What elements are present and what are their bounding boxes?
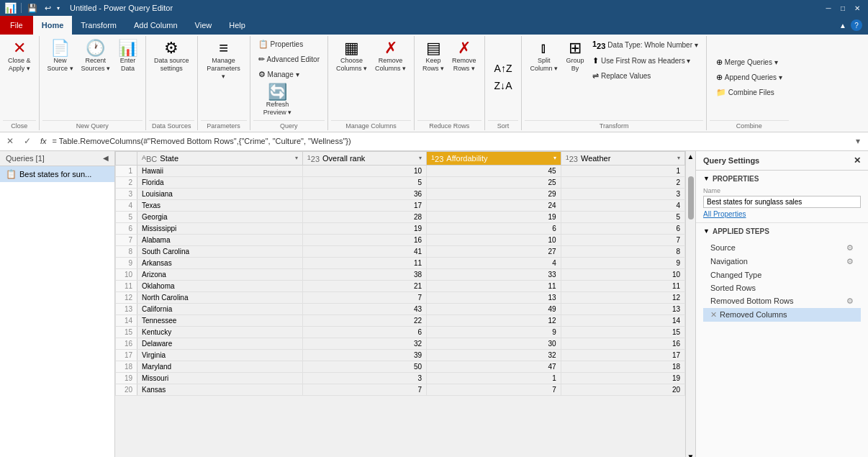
table-row[interactable]: 7 Alabama 16 10 7 — [116, 235, 685, 246]
data-type-label: Data Type: Whole Number ▾ — [607, 41, 697, 49]
close-button[interactable]: ✕ — [851, 2, 864, 14]
quick-access-undo[interactable]: ↩ — [43, 4, 53, 13]
first-row-headers-button[interactable]: ⬆ Use First Row as Headers ▾ — [589, 54, 702, 68]
advanced-editor-button[interactable]: ✏ Advanced Editor — [255, 53, 323, 66]
remove-rows-icon: ✗ — [458, 40, 471, 56]
group-by-button[interactable]: ⊞ GroupBy — [562, 37, 588, 75]
cell-weather: 4 — [561, 200, 684, 212]
step-gear-icon[interactable]: ⚙ — [846, 297, 854, 306]
cell-weather: 15 — [561, 327, 684, 338]
all-properties-link[interactable]: All Properties — [703, 210, 861, 218]
table-row[interactable]: 3 Louisiana 36 29 3 — [116, 189, 685, 200]
col-header-state[interactable]: ABC State ▾ — [137, 151, 303, 166]
table-row[interactable]: 13 California 43 49 13 — [116, 304, 685, 315]
sort-desc-button[interactable]: Z↓A — [491, 78, 516, 94]
tab-help[interactable]: Help — [220, 16, 254, 35]
tab-home[interactable]: Home — [33, 16, 73, 35]
close-apply-button[interactable]: ✕ Close &Apply ▾ — [4, 37, 35, 75]
tab-view[interactable]: View — [186, 16, 221, 35]
properties-chevron[interactable]: ▼ — [703, 175, 710, 182]
row-num-header — [116, 151, 137, 166]
remove-columns-button[interactable]: ✗ RemoveColumns ▾ — [371, 37, 410, 75]
query-item-best-states[interactable]: 📋 Best states for sun... — [0, 166, 114, 182]
keep-rows-button[interactable]: ▤ KeepRows ▾ — [419, 37, 448, 75]
table-row[interactable]: 11 Oklahoma 21 11 11 — [116, 281, 685, 292]
table-row[interactable]: 16 Delaware 32 30 16 — [116, 338, 685, 350]
query-settings-close-icon[interactable]: ✕ — [854, 155, 861, 166]
choose-columns-button[interactable]: ▦ ChooseColumns ▾ — [333, 37, 371, 75]
table-row[interactable]: 19 Missouri 3 1 19 — [116, 373, 685, 384]
data-type-button[interactable]: 123 Data Type: Whole Number ▾ — [589, 37, 702, 53]
merge-queries-button[interactable]: ⊕ Merge Queries ▾ — [713, 55, 782, 69]
applied-step-removed-columns[interactable]: ✕Removed Columns — [703, 308, 861, 322]
overall-rank-col-label: Overall rank — [322, 154, 365, 163]
scrollbar-thumb[interactable] — [688, 176, 694, 220]
weather-col-dropdown[interactable]: ▾ — [677, 155, 680, 161]
step-x-icon[interactable]: ✕ — [710, 310, 717, 320]
col-header-affordability[interactable]: 123 Affordability ▾ — [427, 151, 561, 166]
table-row[interactable]: 18 Maryland 50 47 18 — [116, 361, 685, 373]
remove-rows-button[interactable]: ✗ RemoveRows ▾ — [448, 37, 480, 75]
maximize-button[interactable]: □ — [836, 2, 849, 14]
formula-expand-button[interactable]: ▾ — [851, 134, 865, 148]
applied-step-removed-bottom-rows[interactable]: Removed Bottom Rows⚙ — [703, 294, 861, 308]
table-row[interactable]: 5 Georgia 28 19 5 — [116, 212, 685, 223]
tab-add-column[interactable]: Add Column — [125, 16, 186, 35]
tab-file[interactable]: File — [0, 16, 33, 35]
table-row[interactable]: 12 North Carolina 7 13 12 — [116, 292, 685, 304]
queries-collapse-icon[interactable]: ◀ — [103, 154, 109, 162]
table-row[interactable]: 1 Hawaii 10 45 1 — [116, 166, 685, 177]
applied-step-changed-type[interactable]: Changed Type — [703, 268, 861, 281]
row-number: 20 — [116, 384, 137, 396]
new-source-button[interactable]: 📄 NewSource ▾ — [44, 37, 77, 75]
replace-values-button[interactable]: ⇌ Replace Values — [589, 69, 702, 83]
col-header-weather[interactable]: 123 Weather ▾ — [561, 151, 684, 166]
manage-parameters-button[interactable]: ≡ ManageParameters ▾ — [202, 37, 245, 82]
table-row[interactable]: 10 Arizona 38 33 10 — [116, 269, 685, 281]
table-row[interactable]: 4 Texas 17 24 4 — [116, 200, 685, 212]
sort-asc-button[interactable]: A↑Z — [491, 60, 516, 76]
applied-step-source[interactable]: Source⚙ — [703, 241, 861, 255]
overall-rank-col-dropdown[interactable]: ▾ — [419, 155, 422, 161]
affordability-col-dropdown[interactable]: ▾ — [553, 155, 556, 161]
formula-input[interactable] — [53, 137, 848, 145]
combine-files-button[interactable]: 📁 Combine Files — [713, 86, 778, 99]
table-row[interactable]: 17 Virginia 39 32 17 — [116, 350, 685, 361]
query-name-input[interactable] — [703, 196, 861, 208]
table-row[interactable]: 20 Kansas 7 7 20 — [116, 384, 685, 396]
enter-data-button[interactable]: 📊 EnterData — [114, 37, 141, 75]
applied-step-navigation[interactable]: Navigation⚙ — [703, 255, 861, 268]
step-gear-icon[interactable]: ⚙ — [846, 243, 854, 253]
tab-transform[interactable]: Transform — [72, 16, 125, 35]
data-source-settings-button[interactable]: ⚙ Data sourcesettings — [150, 37, 193, 75]
minimize-button[interactable]: ─ — [822, 2, 835, 14]
properties-button[interactable]: 📋 Properties — [255, 37, 307, 51]
help-icon[interactable]: ? — [851, 19, 862, 31]
cell-affordability: 11 — [427, 281, 561, 292]
formula-cancel-button[interactable]: ✕ — [3, 134, 17, 148]
step-gear-icon[interactable]: ⚙ — [846, 257, 854, 266]
append-queries-icon: ⊕ — [716, 73, 723, 82]
applied-step-sorted-rows[interactable]: Sorted Rows — [703, 281, 861, 294]
state-col-dropdown[interactable]: ▾ — [295, 155, 298, 161]
split-column-button[interactable]: ⫾ SplitColumn ▾ — [526, 37, 561, 75]
formula-confirm-button[interactable]: ✓ — [20, 134, 35, 148]
refresh-preview-button[interactable]: 🔄 RefreshPreview ▾ — [256, 81, 299, 119]
col-header-overall-rank[interactable]: 123 Overall rank ▾ — [302, 151, 426, 166]
manage-button[interactable]: ⚙ Manage ▾ — [255, 68, 303, 81]
quick-access-dropdown[interactable]: ▾ — [57, 5, 60, 12]
table-row[interactable]: 6 Mississippi 19 6 6 — [116, 223, 685, 235]
table-row[interactable]: 14 Tennessee 22 12 14 — [116, 315, 685, 327]
data-grid-container[interactable]: ABC State ▾ 123 Overall rank ▾ — [115, 151, 685, 457]
ribbon-collapse[interactable]: ▲ — [839, 22, 846, 30]
append-queries-button[interactable]: ⊕ Append Queries ▾ — [713, 71, 786, 84]
table-row[interactable]: 9 Arkansas 11 4 9 — [116, 258, 685, 269]
recent-sources-button[interactable]: 🕐 RecentSources ▾ — [78, 37, 114, 75]
vertical-scrollbar[interactable]: ▲ ▼ — [685, 151, 695, 457]
quick-access-save[interactable]: 💾 — [26, 4, 39, 13]
table-row[interactable]: 2 Florida 5 25 2 — [116, 177, 685, 189]
cell-overall-rank: 16 — [302, 235, 426, 246]
table-row[interactable]: 15 Kentucky 6 9 15 — [116, 327, 685, 338]
table-row[interactable]: 8 South Carolina 41 27 8 — [116, 246, 685, 258]
applied-steps-chevron[interactable]: ▼ — [703, 227, 710, 235]
